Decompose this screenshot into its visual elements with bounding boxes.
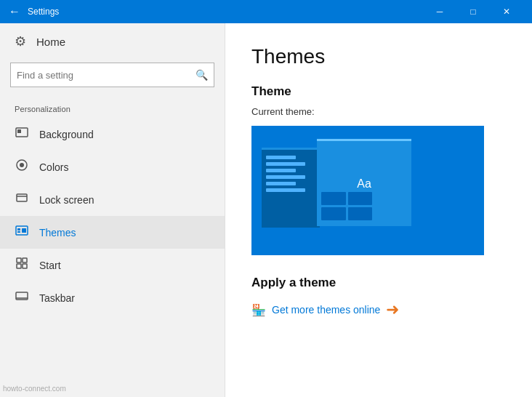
start-icon [15,257,29,273]
search-box[interactable]: 🔍 [10,63,214,87]
preview-grid-cell [321,192,346,205]
svg-rect-9 [22,228,26,233]
home-label: Home [36,36,65,48]
preview-grid-cell [348,207,373,220]
themes-icon [15,224,29,241]
svg-rect-8 [17,231,20,233]
preview-left-panel [262,148,320,228]
current-theme-label: Current theme: [251,106,506,117]
back-icon: ← [9,5,20,18]
app-body: ⚙ Home 🔍 Personalization Background [0,23,532,397]
preview-line [266,175,305,179]
preview-line [266,188,305,192]
preview-grid [321,192,372,220]
svg-rect-11 [23,258,27,262]
sidebar-item-label-start: Start [39,260,61,271]
back-button[interactable]: ← [9,5,20,18]
search-icon: 🔍 [196,69,208,81]
background-icon [15,126,29,143]
get-more-label: Get more themes online [272,304,380,316]
app-title: Settings [28,7,423,17]
svg-rect-7 [17,228,20,230]
get-more-row: 🏪 Get more themes online ➜ [251,300,506,319]
annotation-arrow-getmore: ➜ [386,300,399,319]
theme-section-title: Theme [251,84,506,99]
maximize-button[interactable]: □ [456,0,490,23]
preview-lines [262,150,320,201]
svg-rect-1 [17,129,21,133]
sidebar-item-label-lockscreen: Lock screen [39,194,94,206]
watermark: howto-connect.com [3,385,66,393]
titlebar: ← Settings ─ □ ✕ [0,0,532,23]
svg-rect-4 [17,194,27,201]
sidebar-item-background[interactable]: Background [0,118,225,151]
preview-right-panel: Aa [317,139,411,226]
theme-preview[interactable]: Aa [251,126,484,255]
get-more-themes-link[interactable]: 🏪 Get more themes online [251,303,380,317]
main-content: Themes Theme Current theme: Aa [225,23,532,397]
preview-line [266,182,296,185]
minimize-button[interactable]: ─ [423,0,456,23]
lockscreen-icon [15,191,29,208]
sidebar-item-label-colors: Colors [39,161,68,173]
home-icon: ⚙ [15,33,26,49]
preview-line [266,162,305,166]
preview-grid-cell [321,207,346,220]
svg-rect-10 [17,258,21,262]
preview-line [266,169,296,172]
sidebar-item-label-taskbar: Taskbar [39,292,75,304]
store-icon: 🏪 [251,303,266,317]
svg-rect-12 [17,264,21,268]
sidebar: ⚙ Home 🔍 Personalization Background [0,23,225,397]
sidebar-item-taskbar[interactable]: Taskbar [0,281,225,314]
svg-point-3 [20,163,24,167]
taskbar-icon [15,289,29,306]
colors-icon [15,159,29,175]
sidebar-item-label-themes: Themes [39,227,76,238]
section-label: Personalization [0,97,225,118]
preview-line [266,156,296,159]
close-button[interactable]: ✕ [490,0,523,23]
home-nav-item[interactable]: ⚙ Home [0,23,225,60]
search-input[interactable] [17,70,196,81]
svg-rect-13 [23,264,27,268]
preview-window-aa-label: Aa [357,177,371,191]
sidebar-item-themes[interactable]: Themes ➜ [0,216,225,249]
preview-grid-cell [348,192,373,205]
window-controls: ─ □ ✕ [423,0,523,23]
sidebar-item-start[interactable]: Start [0,249,225,281]
sidebar-item-label-background: Background [39,129,94,140]
sidebar-item-colors[interactable]: Colors [0,151,225,183]
sidebar-item-lockscreen[interactable]: Lock screen [0,183,225,216]
apply-theme-section: Apply a theme 🏪 Get more themes online ➜ [251,276,506,319]
apply-theme-title: Apply a theme [251,276,506,290]
main-title: Themes [251,45,506,68]
